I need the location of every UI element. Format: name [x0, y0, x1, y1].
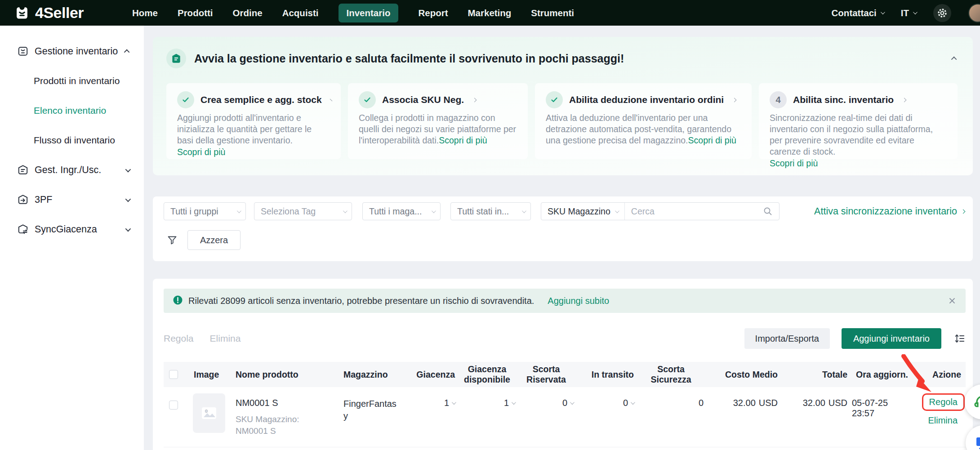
chevron-down-icon — [913, 10, 918, 14]
step-card-associa-sku: Associa SKU Neg. Collega i prodotti in m… — [348, 83, 528, 159]
chevron-down-icon — [432, 209, 436, 213]
nav-item-ordine[interactable]: Ordine — [233, 8, 263, 18]
language-dropdown[interactable]: IT — [901, 8, 916, 18]
chevron-right-icon — [732, 98, 737, 102]
in-out-warehouse-icon — [17, 164, 29, 176]
nav-item-marketing[interactable]: Marketing — [468, 8, 512, 18]
nav-menu: Home Prodotti Ordine Acquisti Inventario… — [132, 4, 574, 22]
learn-more-link[interactable]: Scopri di più — [177, 147, 330, 158]
monitor-icon — [974, 434, 980, 450]
import-export-button[interactable]: Importa/Esporta — [744, 328, 830, 349]
product-name[interactable]: NM0001 S — [236, 398, 343, 408]
tag-filter-dropdown[interactable]: Seleziona Tag — [254, 202, 352, 220]
total-cell: 32.00USD — [782, 387, 852, 447]
step-card-deduzione-ordini: Abilita deduzione inventario ordini Atti… — [535, 83, 752, 159]
user-avatar[interactable] — [968, 4, 980, 22]
group-filter-dropdown[interactable]: Tutti i gruppi — [164, 202, 246, 220]
col-header-scorta-riservata: Scorta Riservata — [519, 364, 578, 385]
step-description: Aggiungi prodotti all'inventario e inizi… — [177, 113, 312, 145]
col-header-in-transito: In transito — [578, 370, 638, 380]
learn-more-link[interactable]: Scopri di più — [439, 135, 487, 145]
step-number-badge: 4 — [770, 91, 787, 108]
step-description: Collega i prodotti in magazzino con quel… — [359, 113, 516, 145]
main-content: Avvia la gestione inventario e saluta fa… — [144, 26, 980, 450]
col-header-azione: Azione — [913, 370, 966, 380]
product-image-placeholder — [193, 393, 225, 433]
nav-item-strumenti[interactable]: Strumenti — [531, 8, 574, 18]
sidebar-item-elenco-inventario-active[interactable]: Elenco inventario — [0, 96, 144, 125]
bulk-rule-button-disabled[interactable]: Regola — [164, 333, 194, 344]
chevron-right-icon — [330, 98, 332, 101]
step-card-header[interactable]: Associa SKU Neg. — [359, 91, 517, 108]
banner-title: Avvia la gestione inventario e saluta fa… — [194, 52, 624, 65]
inventory-table-panel: Rilevati 28099 articoli senza inventario… — [153, 279, 973, 450]
sidebar-item-gestione-inventario[interactable]: Gestione inventario — [0, 36, 144, 66]
rule-action-link[interactable]: Regola — [929, 397, 958, 407]
activate-sync-link[interactable]: Attiva sincronizzazione inventario — [814, 206, 966, 217]
available-stock-cell[interactable]: 1 — [459, 387, 519, 447]
warehouse-name: FingerFantasy — [343, 398, 396, 422]
inventory-box-icon — [17, 45, 29, 57]
learn-more-link[interactable]: Scopri di più — [688, 135, 736, 145]
sidebar: Gestione inventario Prodotti in inventar… — [0, 26, 144, 450]
filter-funnel-icon[interactable] — [167, 235, 178, 245]
onboarding-banner: Avvia la gestione inventario e saluta fa… — [153, 37, 973, 175]
chevron-down-icon — [125, 166, 131, 172]
nav-item-inventario-active[interactable]: Inventario — [339, 4, 399, 22]
sidebar-item-3pf[interactable]: 3PF — [0, 185, 144, 214]
status-filter-dropdown[interactable]: Tutti stati in... — [450, 202, 531, 220]
select-all-checkbox[interactable] — [169, 370, 178, 379]
sidebar-item-syncgiacenza[interactable]: SyncGiacenza — [0, 214, 144, 244]
stock-cell[interactable]: 1 — [415, 387, 459, 447]
settings-gear-button[interactable] — [933, 4, 951, 22]
column-settings-icon[interactable] — [954, 333, 966, 344]
top-navbar: 4Seller Home Prodotti Ordine Acquisti In… — [0, 0, 980, 26]
picture-icon — [200, 404, 218, 422]
avg-cost-cell: 32.00USD — [708, 387, 782, 447]
check-circle-icon — [546, 91, 563, 108]
banner-collapse-button[interactable] — [953, 54, 959, 62]
chevron-down-icon — [615, 209, 619, 213]
chevron-down-icon — [570, 400, 575, 405]
search-icon[interactable] — [763, 206, 779, 216]
step-card-header[interactable]: 4 Abilita sinc. inventario — [770, 91, 947, 108]
step-description: Sincronizzazione real-time dei dati di i… — [770, 113, 933, 156]
sidebar-item-flusso-di-inventario[interactable]: Flusso di inventario — [0, 125, 144, 155]
add-inventory-button[interactable]: Aggiungi inventario — [842, 328, 941, 349]
chevron-down-icon — [452, 400, 456, 405]
clear-filters-button[interactable]: Azzera — [187, 230, 241, 250]
col-header-costo-medio: Costo Medio — [708, 370, 782, 380]
col-header-image: Image — [183, 370, 236, 380]
bag-logo-icon — [13, 4, 31, 22]
sidebar-item-prodotti-in-inventario[interactable]: Prodotti in inventario — [0, 66, 144, 96]
add-now-link[interactable]: Aggiungi subito — [548, 296, 609, 306]
table-header-row: Image Nome prodotto Magazzino Giacenza G… — [164, 362, 966, 387]
reserved-stock-cell[interactable]: 0 — [519, 387, 578, 447]
nav-item-prodotti[interactable]: Prodotti — [178, 8, 213, 18]
search-input[interactable] — [625, 206, 763, 217]
delete-action-link[interactable]: Elimina — [928, 415, 958, 426]
step-card-header[interactable]: Crea semplice e agg. stock — [177, 91, 330, 108]
contact-dropdown[interactable]: Contattaci — [832, 8, 884, 18]
step-card-header[interactable]: Abilita deduzione inventario ordini — [546, 91, 741, 108]
brand-logo[interactable]: 4Seller — [13, 4, 126, 22]
bulk-delete-button-disabled[interactable]: Elimina — [210, 333, 241, 344]
in-transit-cell[interactable]: 0 — [578, 387, 638, 447]
chevron-down-icon — [881, 10, 885, 14]
regola-annotation-highlight: Regola — [922, 393, 965, 411]
col-header-giacenza: Giacenza — [415, 370, 459, 380]
chevron-down-icon — [125, 196, 131, 202]
row-checkbox[interactable] — [169, 401, 178, 410]
col-header-nome-prodotto: Nome prodotto — [236, 370, 343, 380]
close-icon[interactable] — [948, 296, 957, 305]
nav-item-home[interactable]: Home — [132, 8, 158, 18]
search-field-group: SKU Magazzino — [541, 202, 780, 220]
learn-more-link[interactable]: Scopri di più — [770, 158, 947, 169]
col-header-totale: Totale — [782, 370, 852, 380]
warehouse-filter-dropdown[interactable]: Tutti i maga... — [362, 202, 441, 220]
nav-item-acquisti[interactable]: Acquisti — [282, 8, 319, 18]
chevron-down-icon — [522, 209, 526, 213]
search-category-dropdown[interactable]: SKU Magazzino — [541, 203, 625, 220]
sidebar-item-gest-ingr-usc[interactable]: Gest. Ingr./Usc. — [0, 155, 144, 185]
nav-item-report[interactable]: Report — [418, 8, 448, 18]
